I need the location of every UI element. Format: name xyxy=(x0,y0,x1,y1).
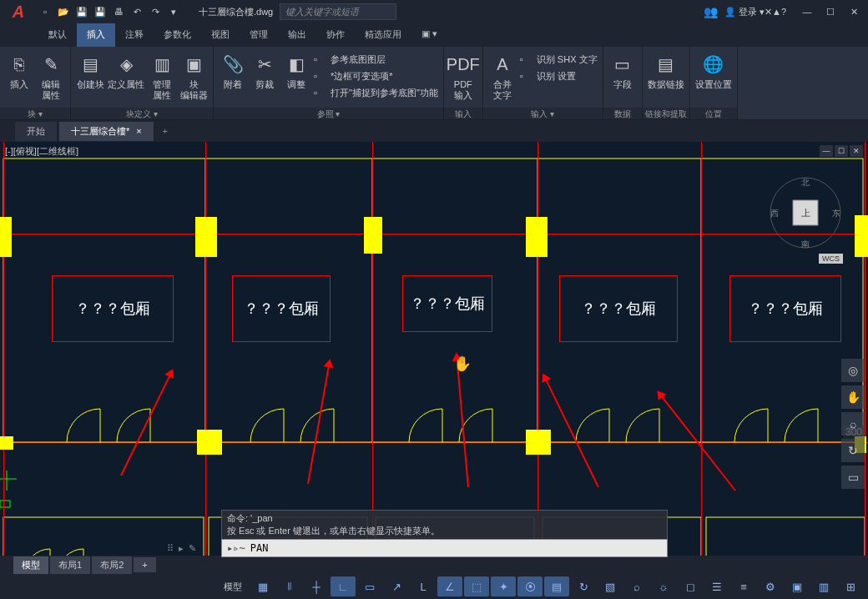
ribbon-small-button[interactable]: ▫*边框可变选项* xyxy=(314,68,438,84)
status-toggle-9[interactable]: ✦ xyxy=(491,576,516,596)
ribbon-small-button[interactable]: ▫打开"捕捉到参考底图"功能 xyxy=(314,84,438,101)
ribbon-group-label: 数据 xyxy=(603,108,642,119)
ribbon-group-label: 参照 ▾ xyxy=(214,108,443,119)
status-toggle-18[interactable]: ≡ xyxy=(731,576,756,596)
new-icon[interactable]: ▫ xyxy=(37,3,53,20)
ribbon-button[interactable]: ◧调整 xyxy=(282,49,310,90)
status-toggle-17[interactable]: ☰ xyxy=(704,576,729,596)
ribbon-button[interactable]: ▣块编辑器 xyxy=(179,49,208,101)
ribbon-tab-8[interactable]: 精选应用 xyxy=(355,23,411,47)
ribbon-button[interactable]: ▤创建块 xyxy=(76,49,104,90)
status-toggle-12[interactable]: ↻ xyxy=(571,576,596,596)
status-toggle-21[interactable]: ▥ xyxy=(811,576,836,596)
ribbon-tab-5[interactable]: 管理 xyxy=(240,23,278,47)
community-icon[interactable]: ▲ xyxy=(772,7,781,17)
steering-wheel-icon[interactable]: ◎ xyxy=(841,359,865,382)
layout-tab[interactable]: 布局1 xyxy=(50,556,90,574)
ribbon-small-button[interactable]: ▫识别 SHX 文字 xyxy=(520,51,598,68)
ribbon-button[interactable]: 📎附着 xyxy=(219,49,247,90)
status-toggle-3[interactable]: ∟ xyxy=(331,576,356,596)
status-toggle-16[interactable]: ◻ xyxy=(678,576,703,596)
orbit-tool-icon[interactable]: ↻ xyxy=(841,439,865,462)
command-custom-icon[interactable]: ✎ xyxy=(189,543,196,554)
zoom-tool-icon[interactable]: ⌕ xyxy=(841,412,865,435)
help-search-input[interactable]: 键入关键字或短语 xyxy=(280,3,396,20)
infocenter-icon[interactable]: 👥 xyxy=(704,5,718,18)
status-toggle-13[interactable]: ▧ xyxy=(598,576,623,596)
ribbon-tab-7[interactable]: 协作 xyxy=(316,23,355,47)
layout-tab[interactable]: 布局2 xyxy=(92,556,132,574)
new-tab-button[interactable]: + xyxy=(156,126,174,136)
ribbon-small-button[interactable]: ▫识别 设置 xyxy=(520,68,598,84)
command-drag-icon[interactable]: ⠿ xyxy=(167,543,174,554)
ribbon-button[interactable]: 🌐设置位置 xyxy=(695,49,732,90)
ribbon-button[interactable]: PDFPDF输入 xyxy=(449,49,477,101)
command-input[interactable] xyxy=(250,542,667,554)
maximize-button[interactable]: ☐ xyxy=(820,3,841,20)
plot-icon[interactable]: 🖶 xyxy=(110,3,127,20)
ribbon-tab-4[interactable]: 视图 xyxy=(201,23,240,47)
ribbon-tab-2[interactable]: 注释 xyxy=(115,23,154,47)
ribbon-extra-icon[interactable]: ▣ ▾ xyxy=(411,23,447,47)
layout-tab[interactable]: 模型 xyxy=(13,556,48,574)
document-tab[interactable]: 开始 xyxy=(15,122,58,141)
status-toggle-8[interactable]: ⬚ xyxy=(464,576,489,596)
status-toggle-4[interactable]: ▭ xyxy=(357,576,382,596)
pan-tool-icon[interactable]: ✋ xyxy=(841,385,865,409)
open-icon[interactable]: 📂 xyxy=(55,3,72,20)
command-input-row[interactable]: ▸▹~ xyxy=(221,539,668,557)
status-toggle-14[interactable]: ⌕ xyxy=(624,576,649,596)
vp-minimize-icon[interactable]: — xyxy=(820,145,833,157)
status-toggle-15[interactable]: ☼ xyxy=(651,576,676,596)
status-toggle-19[interactable]: ⚙ xyxy=(758,576,783,596)
ribbon-button[interactable]: ▤数据链接 xyxy=(648,49,684,90)
ribbon-tab-6[interactable]: 输出 xyxy=(278,23,316,47)
close-button[interactable]: ✕ xyxy=(843,3,865,20)
vp-close-icon[interactable]: ✕ xyxy=(850,145,863,157)
tab-close-icon[interactable]: × xyxy=(136,126,141,136)
redo-icon[interactable]: ↷ xyxy=(147,3,164,20)
ribbon-tab-1[interactable]: 插入 xyxy=(77,23,115,47)
status-toggle-22[interactable]: ⊞ xyxy=(838,576,863,596)
viewcube[interactable]: 上 北 南 东 西 WCS xyxy=(768,175,843,250)
qat-dropdown-icon[interactable]: ▾ xyxy=(165,3,182,20)
minimize-button[interactable]: — xyxy=(796,3,818,20)
command-config-icon[interactable]: ▸ xyxy=(179,543,184,554)
add-layout-button[interactable]: + xyxy=(134,557,155,572)
status-toggle-0[interactable]: ▦ xyxy=(250,576,275,596)
ribbon-small-button[interactable]: ▫参考底图图层 xyxy=(314,51,438,68)
ribbon-button[interactable]: ▥管理属性 xyxy=(148,49,176,101)
status-toggle-20[interactable]: ▣ xyxy=(785,576,810,596)
help-icon[interactable]: ? xyxy=(781,7,786,17)
ribbon-tab-3[interactable]: 参数化 xyxy=(154,23,201,47)
viewport-label[interactable]: [-][俯视][二维线框] xyxy=(5,145,78,158)
viewport-controls: — ☐ ✕ xyxy=(820,145,863,157)
status-toggle-11[interactable]: ▤ xyxy=(544,576,569,596)
login-button[interactable]: 👤 登录 ▾ xyxy=(724,6,765,18)
ribbon-group-label: 位置 xyxy=(690,108,737,119)
vp-restore-icon[interactable]: ☐ xyxy=(835,145,848,157)
ribbon-tab-0[interactable]: 默认 xyxy=(38,23,77,47)
ribbon-button[interactable]: ⎘插入 xyxy=(5,49,33,90)
save-icon[interactable]: 💾 xyxy=(73,3,90,20)
status-toggle-7[interactable]: ∠ xyxy=(437,576,462,596)
svg-rect-12 xyxy=(0,501,10,507)
status-toggle-6[interactable]: L xyxy=(411,576,436,596)
ribbon-button[interactable]: ✎编辑属性 xyxy=(37,49,65,101)
status-toggle-5[interactable]: ↗ xyxy=(384,576,409,596)
ribbon-button[interactable]: ◈定义属性 xyxy=(108,49,144,90)
showmotion-icon[interactable]: ▭ xyxy=(841,466,865,489)
ribbon-button[interactable]: A合并文字 xyxy=(488,49,517,101)
undo-icon[interactable]: ↶ xyxy=(129,3,145,20)
exchange-icon[interactable]: ✕ xyxy=(765,7,772,18)
document-tab[interactable]: 十三層综合樓*× xyxy=(59,122,154,141)
status-toggle-2[interactable]: ┼ xyxy=(304,576,329,596)
status-toggle-1[interactable]: ⫴ xyxy=(277,576,302,596)
ribbon-button[interactable]: ✂剪裁 xyxy=(250,49,279,90)
status-toggle-10[interactable]: ⦿ xyxy=(517,576,542,596)
wcs-label[interactable]: WCS xyxy=(819,254,843,264)
model-space-button[interactable]: 模型 xyxy=(217,581,249,593)
ribbon-group-label: 输入 xyxy=(444,108,482,119)
saveas-icon[interactable]: 💾 xyxy=(92,3,108,20)
ribbon-button[interactable]: ▭字段 xyxy=(608,49,637,90)
